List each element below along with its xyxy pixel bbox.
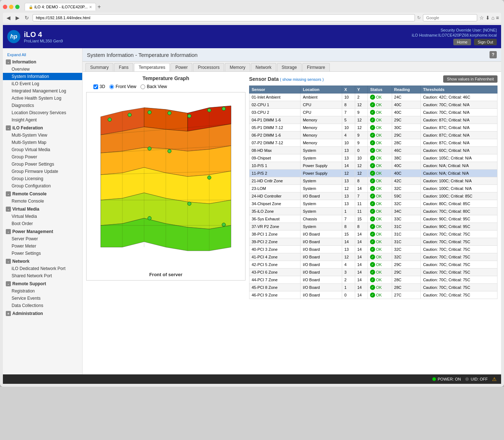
tab-network[interactable]: Network [251, 63, 276, 71]
search-input[interactable] [423, 14, 477, 21]
menu-icon[interactable]: ≡ [496, 15, 499, 21]
radio-back-label[interactable]: Back View [140, 84, 167, 89]
sidebar-item-group-firmware-update[interactable]: Group Firmware Update [3, 168, 82, 175]
sidebar-section-remote-support-header[interactable]: - Remote Support [3, 280, 82, 287]
table-row: 03-CPU 2 CPU 7 9 ✓ OK 40C Caution: 70C; … [249, 109, 497, 116]
sidebar-item-ilo-event-log[interactable]: iLO Event Log [3, 80, 82, 87]
sidebar-section-network-header[interactable]: - Network [3, 258, 82, 265]
status-ok-icon: ✓ [370, 216, 375, 221]
sensor-thresholds: Caution: 70C; Critical: 75C [421, 291, 497, 299]
tab-firmware[interactable]: Firmware [302, 63, 330, 71]
address-bar[interactable] [33, 14, 415, 21]
home-icon[interactable]: ⌂ [491, 15, 494, 21]
missing-sensors-link[interactable]: ( show missing sensors ) [280, 77, 324, 82]
sidebar-item-location-discovery-services[interactable]: Location Discovery Services [3, 109, 82, 116]
sensor-location: Power Supply [301, 170, 342, 177]
sidebar-item-group-power-settings[interactable]: Group Power Settings [3, 161, 82, 168]
sidebar-section-virtual-media: - Virtual Media Virtual Media Boot Order [3, 206, 82, 227]
sidebar-item-service-events[interactable]: Service Events [3, 295, 82, 302]
sidebar-item-power-settings[interactable]: Power Settings [3, 250, 82, 257]
sensor-thresholds: Caution: 60C; Critical: N/A [421, 147, 497, 154]
maximize-button[interactable] [15, 5, 20, 9]
status-ok-icon: ✓ [370, 110, 375, 115]
sidebar-item-registration[interactable]: Registration [3, 287, 82, 295]
graph-bottom-label: Front of server [87, 269, 245, 280]
sidebar-item-shared-network-port[interactable]: Shared Network Port [3, 272, 82, 279]
tab-fans[interactable]: Fans [114, 63, 133, 71]
sidebar-item-group-virtual-media[interactable]: Group Virtual Media [3, 146, 82, 153]
tab-close-icon[interactable]: ✕ [89, 5, 92, 9]
forward-button[interactable]: ▶ [14, 14, 21, 21]
minimize-button[interactable] [9, 5, 13, 9]
sidebar-item-group-power[interactable]: Group Power [3, 153, 82, 161]
sidebar-item-power-meter[interactable]: Power Meter [3, 242, 82, 250]
table-row: 06-P2 DIMM 1-6 Memory 4 9 ✓ OK 29C Cauti… [249, 132, 497, 139]
close-button[interactable] [3, 5, 7, 9]
radio-front-view[interactable] [109, 84, 114, 89]
virtual-media-toggle[interactable]: - [6, 207, 11, 212]
bookmark-icon[interactable]: ☆ [479, 15, 484, 21]
download-icon[interactable]: ⬇ [486, 15, 490, 21]
tab-processors[interactable]: Processors [193, 63, 224, 71]
power-management-toggle[interactable]: - [6, 229, 11, 234]
tab-summary[interactable]: Summary [85, 63, 113, 71]
sidebar-section-administration-header[interactable]: + Administration [3, 310, 82, 317]
radio-front-label[interactable]: Front View [109, 84, 136, 89]
sidebar-item-group-licensing[interactable]: Group Licensing [3, 175, 82, 182]
tab-power[interactable]: Power [171, 63, 192, 71]
sensor-thresholds: Caution: 90C; Critical: 95C [421, 223, 497, 231]
remote-support-toggle[interactable]: - [6, 281, 11, 286]
sensor-y: 7 [355, 192, 368, 200]
signout-button[interactable]: Sign Out [474, 39, 497, 45]
sidebar-item-boot-order[interactable]: Boot Order [3, 220, 82, 227]
sidebar-section-power-management-header[interactable]: - Power Management [3, 228, 82, 235]
svg-point-12 [188, 114, 191, 118]
help-button[interactable]: ? [490, 51, 497, 58]
sidebar-item-data-collections[interactable]: Data Collections [3, 302, 82, 309]
sidebar-section-ilo-federation-header[interactable]: - iLO Federation [3, 124, 82, 132]
sidebar-section-remote-console-header[interactable]: - Remote Console [3, 190, 82, 198]
refresh-icon: ↻ [417, 15, 421, 20]
status-ok-icon: ✓ [370, 133, 375, 138]
refresh-button[interactable]: ↻ [23, 14, 30, 21]
sidebar-item-ilo-dedicated-network-port[interactable]: iLO Dedicated Network Port [3, 265, 82, 272]
sidebar-item-remote-console[interactable]: Remote Console [3, 198, 82, 205]
sidebar-item-active-health-system-log[interactable]: Active Health System Log [3, 95, 82, 102]
sensor-status: ✓ OK [368, 132, 392, 139]
back-button[interactable]: ◀ [5, 14, 12, 21]
sidebar-section-virtual-media-header[interactable]: - Virtual Media [3, 206, 82, 213]
sidebar-item-multi-system-map[interactable]: Multi-System Map [3, 139, 82, 146]
sensor-thresholds: Caution: N/A; Critical: N/A [421, 170, 497, 177]
sidebar-item-multi-system-view[interactable]: Multi-System View [3, 132, 82, 139]
sensor-status: ✓ OK [368, 116, 392, 124]
network-toggle[interactable]: - [6, 259, 11, 264]
tab-memory[interactable]: Memory [225, 63, 250, 71]
home-button[interactable]: Home [453, 39, 471, 45]
sensor-status: ✓ OK [368, 215, 392, 223]
tab-temperatures[interactable]: Temperatures [134, 63, 170, 71]
radio-front-text: Front View [116, 84, 136, 89]
checkbox-3d-label[interactable]: 3D [93, 84, 105, 89]
sidebar-item-insight-agent[interactable]: Insight Agent [3, 116, 82, 124]
ilo-federation-toggle[interactable]: - [6, 125, 11, 130]
sidebar-item-overview[interactable]: Overview [3, 66, 82, 73]
administration-toggle[interactable]: + [6, 311, 11, 316]
sidebar-section-information-header[interactable]: - Information [3, 58, 82, 66]
sidebar-item-server-power[interactable]: Server Power [3, 235, 82, 242]
expand-all-link[interactable]: Expand All [3, 51, 82, 58]
sensor-thresholds: Caution: 70C; Critical: 75C [421, 269, 497, 276]
information-toggle[interactable]: - [6, 59, 11, 65]
new-tab-button[interactable]: + [97, 4, 101, 10]
radio-back-view[interactable] [140, 84, 145, 89]
tab-storage[interactable]: Storage [277, 63, 302, 71]
sidebar-item-system-information[interactable]: System Information [3, 73, 82, 80]
browser-tab[interactable]: 🔒 iLO 4: DEMO - iLO7CE420P... ✕ [25, 3, 96, 11]
sidebar-item-diagnostics[interactable]: Diagnostics [3, 102, 82, 109]
sidebar-item-virtual-media[interactable]: Virtual Media [3, 213, 82, 220]
checkbox-3d[interactable] [93, 84, 98, 89]
show-fahrenheit-button[interactable]: Show values in Fahrenheit [443, 75, 497, 83]
main-content: System Information - Temperature Informa… [83, 48, 501, 374]
sidebar-item-integrated-management-log[interactable]: Integrated Management Log [3, 87, 82, 95]
sidebar-item-group-configuration[interactable]: Group Configuration [3, 182, 82, 190]
remote-console-toggle[interactable]: - [6, 191, 11, 196]
